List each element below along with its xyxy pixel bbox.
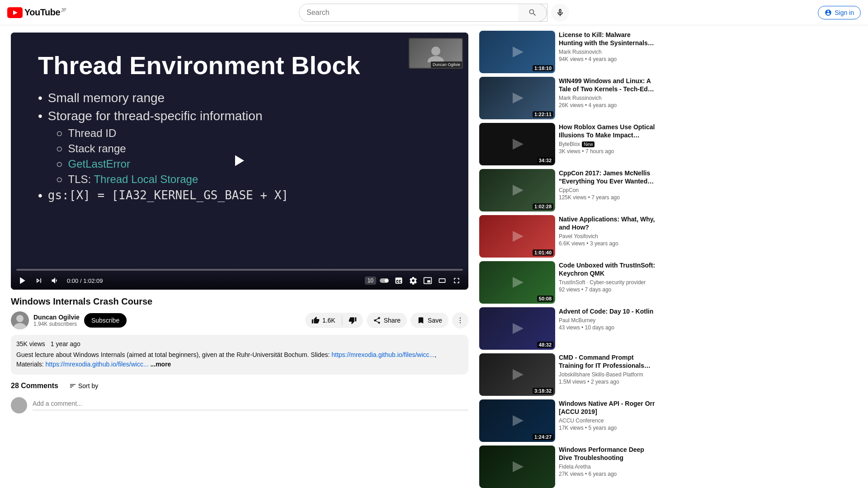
presenter-thumbnail: Duncan Ogilvie bbox=[409, 38, 463, 69]
channel-name[interactable]: Duncan Ogilvie bbox=[33, 314, 80, 321]
sidebar-item[interactable]: 50:08 Code Unboxed with TrustInSoft: Key… bbox=[479, 261, 656, 304]
dislike-button[interactable] bbox=[342, 313, 363, 328]
svg-marker-17 bbox=[513, 185, 524, 196]
miniplayer-icon bbox=[423, 276, 432, 285]
description-text: Guest lecture about Windows Internals (a… bbox=[16, 350, 463, 369]
sidebar-title: Native Applications: What, Why, and How? bbox=[559, 215, 656, 231]
sidebar-item[interactable]: 1:24:27 Windows Native API - Roger Orr [… bbox=[479, 399, 656, 442]
thumb-play-icon bbox=[508, 366, 526, 384]
captions-button[interactable] bbox=[392, 274, 405, 287]
sub-bullet-highlight: GetLastError bbox=[68, 158, 130, 170]
sidebar-title: Windows Performance Deep Dive Troublesho… bbox=[559, 446, 656, 462]
sort-button[interactable]: Sort by bbox=[69, 382, 98, 389]
sidebar-info: Advent of Code: Day 10 - Kotlin Paul McB… bbox=[559, 307, 656, 350]
youtube-logo[interactable]: YouTube JP bbox=[7, 7, 66, 18]
comment-user-avatar bbox=[11, 397, 27, 413]
sidebar-item[interactable]: 1:01:40 Native Applications: What, Why, … bbox=[479, 215, 656, 258]
sub-bullet-text: Thread ID bbox=[68, 127, 117, 140]
sidebar-item[interactable]: 1:02:28 CppCon 2017: James McNellis "Eve… bbox=[479, 169, 656, 211]
new-badge: New bbox=[582, 141, 594, 147]
action-buttons: 1.6K Share Save bbox=[305, 312, 468, 328]
sidebar-title: Advent of Code: Day 10 - Kotlin bbox=[559, 307, 656, 315]
time-display: 0:00 / 1:02:09 bbox=[67, 277, 103, 284]
miniplayer-button[interactable] bbox=[421, 274, 434, 287]
sidebar-channel: ByteBloxNew bbox=[559, 141, 656, 147]
next-button[interactable] bbox=[33, 274, 45, 287]
comments-header: 28 Comments Sort by bbox=[11, 382, 468, 390]
sidebar-meta: 6.6K views • 3 years ago bbox=[559, 240, 656, 247]
search-button[interactable] bbox=[518, 4, 547, 22]
sidebar-thumbnail: 1:01:40 bbox=[479, 215, 555, 258]
sidebar-meta: 27K views • 6 years ago bbox=[559, 471, 656, 477]
sidebar-item[interactable]: 1:18:10 License to Kill: Malware Hunting… bbox=[479, 31, 656, 73]
sidebar-info: Windows Performance Deep Dive Troublesho… bbox=[559, 446, 656, 488]
svg-marker-14 bbox=[513, 47, 524, 57]
speed-indicator[interactable]: 10 bbox=[365, 277, 376, 285]
header: YouTube JP Sign in bbox=[0, 0, 868, 25]
volume-icon bbox=[51, 276, 60, 285]
search-input[interactable] bbox=[299, 4, 518, 21]
sidebar-channel: Paul McBurney bbox=[559, 317, 656, 324]
sidebar-duration: 1:22:11 bbox=[533, 111, 553, 117]
slide-bullets: • Small memory range • Storage for threa… bbox=[38, 91, 441, 206]
thumb-play-icon bbox=[508, 412, 526, 430]
theater-button[interactable] bbox=[436, 274, 448, 287]
sign-in-button[interactable]: Sign in bbox=[818, 6, 861, 19]
toggle-switch[interactable] bbox=[378, 274, 391, 287]
materials-link[interactable]: https://mrexodia.github.io/files/wicc... bbox=[46, 361, 149, 368]
sidebar-info: Code Unboxed with TrustInSoft: Keychron … bbox=[559, 261, 656, 304]
upload-date: 1 year ago bbox=[51, 340, 80, 347]
next-icon bbox=[34, 276, 43, 285]
mic-button[interactable] bbox=[551, 4, 569, 22]
sidebar-title: WIN499 Windows and Linux: A Tale of Two … bbox=[559, 77, 656, 93]
slide-bullet-1: • Small memory range bbox=[38, 91, 441, 105]
sidebar-duration: 1:01:40 bbox=[533, 249, 553, 256]
sidebar-item[interactable]: Windows Performance Deep Dive Troublesho… bbox=[479, 446, 656, 488]
svg-point-7 bbox=[385, 279, 388, 282]
fullscreen-button[interactable] bbox=[450, 274, 463, 287]
sidebar-channel: Fidela Aretha bbox=[559, 464, 656, 470]
sidebar-item[interactable]: 34:32 How Roblox Games Use Optical Illus… bbox=[479, 123, 656, 165]
svg-marker-18 bbox=[513, 231, 524, 242]
sidebar-item[interactable]: 48:32 Advent of Code: Day 10 - Kotlin Pa… bbox=[479, 307, 656, 350]
sidebar-duration: 1:18:10 bbox=[533, 65, 553, 71]
header-center bbox=[89, 4, 779, 22]
settings-button[interactable] bbox=[407, 274, 420, 287]
sidebar-info: WIN499 Windows and Linux: A Tale of Two … bbox=[559, 77, 656, 119]
video-player[interactable]: Thread Environment Block • Small memory … bbox=[11, 33, 468, 290]
slides-link[interactable]: https://mrexodia.github.io/files/wicc... bbox=[331, 351, 434, 358]
comment-input-row bbox=[11, 397, 468, 413]
sidebar-meta: 94K views • 4 years ago bbox=[559, 56, 656, 62]
volume-button[interactable] bbox=[49, 274, 61, 287]
controls-right: 10 bbox=[365, 274, 463, 287]
thumb-play-icon bbox=[508, 458, 526, 476]
sidebar-duration: 48:32 bbox=[537, 342, 553, 348]
slide-title: Thread Environment Block bbox=[38, 51, 441, 80]
channel-avatar[interactable] bbox=[11, 311, 29, 329]
subscribe-button[interactable]: Subscribe bbox=[84, 313, 127, 328]
share-button[interactable]: Share bbox=[367, 313, 407, 328]
sidebar-item[interactable]: 1:22:11 WIN499 Windows and Linux: A Tale… bbox=[479, 77, 656, 119]
header-right: Sign in bbox=[779, 6, 861, 19]
save-button[interactable]: Save bbox=[410, 313, 448, 328]
play-button[interactable] bbox=[16, 274, 29, 287]
code-bullet: gs:[X] = [IA32_KERNEL_GS_BASE + X] bbox=[48, 188, 288, 202]
toggle-icon bbox=[380, 276, 389, 285]
comment-input[interactable] bbox=[33, 397, 468, 410]
video-title: Windows Internals Crash Course bbox=[11, 295, 468, 308]
sidebar-info: CppCon 2017: James McNellis "Everything … bbox=[559, 169, 656, 211]
sidebar-title: How Roblox Games Use Optical Illusions T… bbox=[559, 123, 656, 139]
bullet-circle: ○ bbox=[56, 127, 63, 140]
description-more[interactable]: ...more bbox=[150, 361, 171, 368]
more-options-button[interactable] bbox=[452, 312, 468, 328]
captions-icon bbox=[394, 276, 403, 285]
sidebar-item[interactable]: 3:18:32 CMD - Command Prompt Training fo… bbox=[479, 353, 656, 396]
sidebar-channel: Jobskillshare Skills-Based Platform bbox=[559, 371, 656, 378]
svg-point-2 bbox=[431, 47, 440, 56]
presenter-name: Duncan Ogilvie bbox=[431, 61, 462, 68]
like-button[interactable]: 1.6K bbox=[305, 313, 342, 328]
bullet-dot: • bbox=[38, 109, 42, 123]
sidebar-thumbnail: 1:24:27 bbox=[479, 399, 555, 442]
sidebar-thumbnail bbox=[479, 446, 555, 488]
progress-bar[interactable] bbox=[16, 269, 463, 271]
